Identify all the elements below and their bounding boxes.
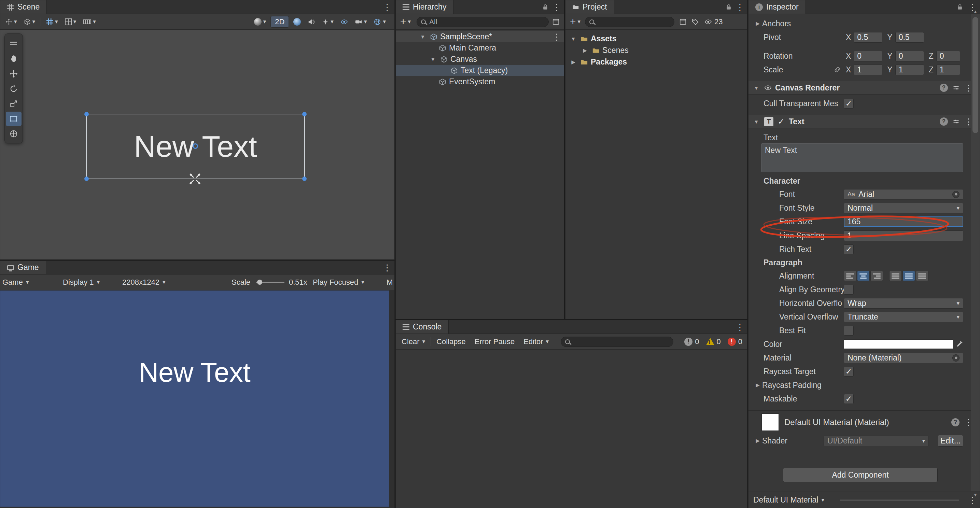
- raycast-target-checkbox[interactable]: [844, 367, 854, 376]
- collapse-toggle[interactable]: Collapse: [432, 336, 470, 348]
- lock-icon[interactable]: [956, 4, 963, 11]
- shader-dropdown[interactable]: UI/Default: [824, 436, 929, 446]
- project-menu-kebab-icon[interactable]: [735, 3, 745, 12]
- anchor-gizmo[interactable]: [187, 171, 203, 187]
- presets-icon[interactable]: [953, 118, 959, 125]
- camera-settings-button[interactable]: [352, 16, 369, 28]
- create-object-button[interactable]: [398, 16, 413, 28]
- text-value-area[interactable]: New Text: [761, 143, 963, 172]
- foldout-icon[interactable]: [752, 119, 761, 125]
- inspector-scrollbar[interactable]: ▲ ▼: [971, 14, 980, 491]
- font-size-field[interactable]: 165: [844, 216, 963, 227]
- lock-icon[interactable]: [542, 4, 549, 11]
- edit-shader-button[interactable]: Edit...: [938, 435, 963, 446]
- snap-increment-button[interactable]: [81, 16, 98, 28]
- create-asset-button[interactable]: [568, 16, 583, 28]
- snap-grid-button[interactable]: [44, 16, 60, 28]
- console-search-input[interactable]: [561, 337, 673, 347]
- cull-checkbox[interactable]: [844, 98, 854, 109]
- rotation-z-field[interactable]: 0: [936, 51, 960, 62]
- scene-viewport[interactable]: New Text: [0, 30, 395, 259]
- project-item-scenes[interactable]: Scenes: [565, 45, 747, 56]
- slider-knob[interactable]: [257, 279, 262, 285]
- foldout-icon[interactable]: [569, 59, 578, 65]
- corner-handle[interactable]: [302, 112, 307, 116]
- link-scale-icon[interactable]: [834, 66, 841, 73]
- pivot-button[interactable]: [22, 16, 38, 28]
- resolution-menu[interactable]: 2208x1242: [122, 278, 165, 287]
- hierarchy-menu-kebab-icon[interactable]: [552, 3, 561, 12]
- error-filter-toggle[interactable]: 0: [728, 337, 742, 346]
- scale-tool-button[interactable]: [6, 97, 22, 111]
- pivot-handle[interactable]: [192, 143, 198, 149]
- corner-handle[interactable]: [302, 176, 307, 181]
- warning-filter-toggle[interactable]: 0: [706, 337, 721, 346]
- tab-console[interactable]: Console: [396, 320, 449, 333]
- font-object-field[interactable]: Aa Arial: [844, 189, 963, 200]
- console-log-area[interactable]: [396, 350, 747, 508]
- foldout-icon[interactable]: [418, 34, 427, 40]
- hierarchy-search-input[interactable]: All: [417, 17, 549, 27]
- presets-icon[interactable]: [953, 84, 959, 91]
- project-item-packages[interactable]: Packages: [565, 56, 747, 68]
- console-menu-kebab-icon[interactable]: [735, 322, 745, 332]
- anchors-foldout[interactable]: Anchors: [748, 17, 980, 30]
- effects-button[interactable]: [320, 16, 336, 28]
- rotation-y-field[interactable]: 0: [895, 51, 924, 62]
- object-picker-icon[interactable]: [952, 354, 959, 362]
- rotate-tool-button[interactable]: [6, 82, 22, 96]
- tool-settings-button[interactable]: [3, 16, 19, 28]
- raycast-padding-foldout[interactable]: Raycast Padding: [748, 379, 980, 392]
- foldout-icon[interactable]: [569, 36, 578, 42]
- vertical-overflow-dropdown[interactable]: Truncate: [844, 312, 963, 322]
- canvas-renderer-header[interactable]: Canvas Renderer: [748, 81, 980, 95]
- foldout-icon[interactable]: [753, 438, 762, 444]
- eyedropper-icon[interactable]: [956, 340, 963, 348]
- tools-drag-handle[interactable]: [6, 37, 22, 51]
- tab-hierarchy[interactable]: Hierarchy: [396, 0, 453, 14]
- scale-slider[interactable]: [256, 282, 285, 283]
- display-menu[interactable]: Display 1: [63, 278, 100, 287]
- search-by-type-icon[interactable]: [679, 18, 687, 25]
- clear-button[interactable]: Clear: [397, 336, 430, 348]
- gizmos-button[interactable]: [371, 16, 388, 28]
- game-view-menu[interactable]: Game: [2, 278, 29, 287]
- foldout-icon[interactable]: [428, 56, 438, 62]
- text-component-header[interactable]: T Text: [748, 115, 980, 129]
- add-component-button[interactable]: Add Component: [783, 468, 938, 482]
- scene-lighting-toggle[interactable]: [291, 16, 303, 28]
- play-focused-menu[interactable]: Play Focused: [313, 278, 364, 287]
- hand-tool-button[interactable]: [6, 52, 22, 66]
- preview-material-menu[interactable]: Default UI Material: [753, 495, 824, 505]
- scale-z-field[interactable]: 1: [936, 65, 960, 75]
- corner-handle[interactable]: [84, 112, 89, 116]
- scene-row-kebab-icon[interactable]: [552, 32, 561, 41]
- lock-icon[interactable]: [725, 4, 732, 11]
- preview-drag-line[interactable]: [840, 500, 959, 500]
- tab-game[interactable]: Game: [0, 261, 46, 274]
- align-middle-button[interactable]: [902, 271, 915, 281]
- search-window-icon[interactable]: [552, 18, 560, 25]
- rect-tool-button[interactable]: [6, 112, 22, 126]
- corner-handle[interactable]: [84, 176, 89, 181]
- hierarchy-item-text-legacy[interactable]: Text (Legacy): [396, 65, 564, 76]
- move-tool-button[interactable]: [6, 67, 22, 81]
- horizontal-overflow-dropdown[interactable]: Wrap: [844, 298, 963, 309]
- hierarchy-item-eventsystem[interactable]: EventSystem: [396, 76, 564, 87]
- best-fit-checkbox[interactable]: [844, 326, 854, 336]
- scene-menu-kebab-icon[interactable]: [383, 3, 392, 12]
- game-viewport[interactable]: New Text: [0, 291, 389, 506]
- foldout-icon[interactable]: [581, 48, 589, 54]
- scroll-down-icon[interactable]: ▼: [971, 492, 980, 497]
- scrollbar-thumb[interactable]: [972, 17, 978, 133]
- pivot-x-field[interactable]: 0.5: [854, 32, 882, 43]
- info-filter-toggle[interactable]: 0: [684, 337, 699, 346]
- tab-scene[interactable]: Scene: [0, 0, 47, 14]
- align-right-button[interactable]: [870, 271, 883, 281]
- rotation-x-field[interactable]: 0: [854, 51, 882, 62]
- mute-button[interactable]: M: [387, 278, 394, 287]
- line-spacing-field[interactable]: 1: [844, 230, 963, 241]
- material-block-header[interactable]: Default UI Material (Material): [748, 411, 980, 433]
- tab-inspector[interactable]: Inspector: [748, 0, 806, 14]
- project-item-assets[interactable]: Assets: [565, 33, 747, 44]
